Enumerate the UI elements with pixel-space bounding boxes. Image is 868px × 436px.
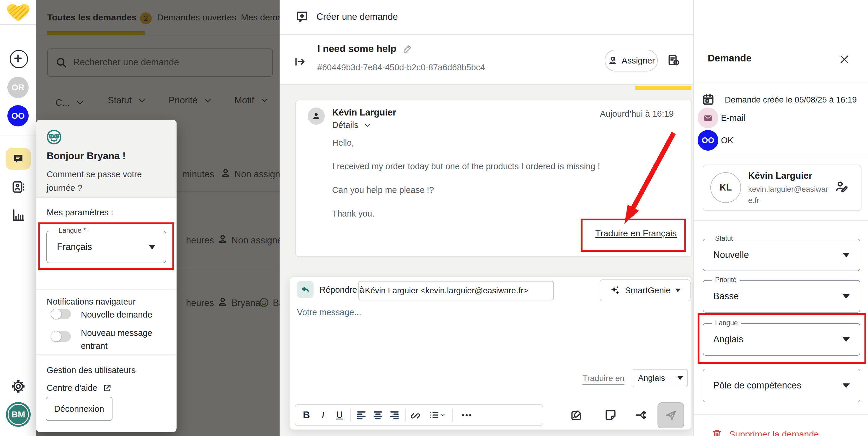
chat-bubble-icon bbox=[12, 153, 25, 165]
group-label: OK bbox=[721, 136, 733, 145]
priority-select[interactable]: Priorité Basse bbox=[703, 280, 860, 313]
translate-language-select[interactable]: Anglais bbox=[633, 369, 688, 387]
toggle-new-message[interactable] bbox=[51, 331, 71, 342]
create-request-button[interactable]: Créer une demande bbox=[295, 10, 398, 24]
popover-question-line2: journée ? bbox=[46, 181, 142, 195]
avatar-oo-label: OO bbox=[11, 111, 25, 121]
caret-down-icon bbox=[675, 289, 681, 292]
recipient-chip[interactable]: Kévin Larguier <kevin.larguier@easiware.… bbox=[359, 281, 554, 300]
ticket-id: #60449b3d-7e84-450d-b2c0-87a6d68b5bc4 bbox=[317, 63, 485, 72]
conversation-tab-accent bbox=[636, 86, 691, 90]
create-request-icon bbox=[295, 10, 309, 24]
conversation-area: Kévin Larguier Détails Aujourd’hui à 16:… bbox=[280, 85, 693, 436]
delete-request-button[interactable]: Supprimer la demande bbox=[711, 428, 819, 436]
translate-reply-link[interactable]: Traduire en bbox=[583, 374, 624, 385]
toggle-new-message-label: Nouveau message entrant bbox=[81, 326, 152, 352]
status-select-label: Statut bbox=[712, 235, 736, 242]
smartgenie-button[interactable]: SmartGenie bbox=[600, 280, 690, 301]
request-details-panel: Demande Demande créée le 05/08/25 à 16:1… bbox=[693, 0, 868, 436]
gear-icon bbox=[11, 379, 25, 394]
more-formatting-button[interactable]: ••• bbox=[455, 407, 479, 423]
caret-down-icon bbox=[843, 337, 850, 342]
popover-greeting: Bonjour Bryana ! bbox=[46, 150, 126, 162]
reply-mode-icon[interactable] bbox=[297, 281, 314, 298]
note-icon[interactable] bbox=[604, 409, 617, 422]
popover-question: Comment se passe votre journée ? bbox=[46, 168, 142, 195]
nav-statistics[interactable] bbox=[11, 208, 25, 222]
caret-down-icon bbox=[843, 253, 850, 257]
user-settings-popover: Bonjour Bryana ! Comment se passe votre … bbox=[36, 120, 177, 432]
avatar-bm-ring bbox=[8, 404, 29, 425]
sparkles-icon bbox=[610, 285, 620, 296]
add-button[interactable] bbox=[10, 50, 28, 68]
reply-to-label: Répondre à bbox=[319, 285, 364, 295]
close-icon[interactable] bbox=[839, 54, 850, 65]
contacts-card-icon bbox=[11, 180, 25, 194]
toggle-new-request-label: Nouvelle demande bbox=[81, 310, 152, 320]
priority-select-label: Priorité bbox=[712, 276, 740, 284]
avatar-or-label: OR bbox=[11, 83, 25, 92]
user-management-link[interactable]: Gestion des utilisateurs bbox=[46, 366, 135, 375]
nav-requests-active[interactable] bbox=[6, 148, 31, 170]
settings-button[interactable] bbox=[11, 379, 25, 394]
conversation-column: Créer une demande I need some help #6044… bbox=[280, 0, 693, 436]
message-input[interactable]: Votre message... bbox=[297, 308, 684, 361]
notifications-title: Notifications navigateur bbox=[46, 297, 135, 307]
edit-title-pencil-icon[interactable] bbox=[403, 44, 412, 54]
assign-button[interactable]: Assigner bbox=[604, 50, 658, 71]
request-history-icon[interactable] bbox=[667, 54, 681, 67]
language-select[interactable]: Langue * Français bbox=[46, 231, 166, 263]
avatar-bm[interactable]: BM bbox=[6, 402, 31, 427]
toolbar-separator bbox=[350, 409, 351, 422]
align-left-button[interactable] bbox=[353, 407, 370, 423]
logout-button[interactable]: Déconnexion bbox=[46, 397, 113, 421]
ticket-language-select-label: Langue bbox=[712, 319, 741, 327]
calendar-icon bbox=[702, 93, 715, 106]
popover-header: Bonjour Bryana ! Comment se passe votre … bbox=[36, 120, 177, 197]
caret-down-icon bbox=[678, 376, 683, 380]
edit-contact-icon[interactable] bbox=[834, 179, 848, 194]
bold-button[interactable]: B bbox=[298, 407, 315, 423]
ticket-language-select[interactable]: Langue Anglais bbox=[703, 323, 860, 356]
insert-link-button[interactable] bbox=[408, 407, 425, 423]
canned-response-icon[interactable] bbox=[570, 409, 583, 422]
assign-person-icon bbox=[608, 56, 618, 65]
contact-email-line1: kevin.larguier@easiwar bbox=[748, 183, 828, 195]
message-details-toggle[interactable]: Détails bbox=[332, 120, 371, 130]
help-center-label: Centre d'aide bbox=[46, 383, 97, 393]
caret-down-icon bbox=[843, 294, 850, 299]
language-select-value: Français bbox=[57, 242, 92, 252]
italic-button[interactable]: I bbox=[315, 407, 331, 423]
help-center-link[interactable]: Centre d'aide bbox=[46, 383, 112, 393]
align-center-button[interactable] bbox=[370, 407, 386, 423]
popover-question-line1: Comment se passe votre bbox=[46, 168, 142, 181]
status-select[interactable]: Statut Nouvelle bbox=[703, 239, 860, 271]
toggle-new-request[interactable] bbox=[51, 309, 71, 319]
contact-name: Kévin Larguier bbox=[748, 170, 812, 181]
caret-down-icon bbox=[843, 383, 850, 388]
external-link-icon bbox=[103, 384, 112, 393]
status-select-value: Nouvelle bbox=[713, 250, 749, 260]
created-date-text: Demande créée le 05/08/25 à 16:19 bbox=[725, 95, 857, 105]
channel-email-badge bbox=[698, 108, 718, 128]
contact-card[interactable]: KL Kévin Larguier kevin.larguier@easiwar… bbox=[703, 165, 862, 211]
send-button[interactable] bbox=[657, 402, 684, 428]
message-input-placeholder: Votre message... bbox=[297, 308, 361, 317]
ticket-header: I need some help #60449b3d-7e84-450d-b2c… bbox=[280, 34, 693, 84]
details-panel-title: Demande bbox=[708, 53, 752, 64]
annotation-arrow bbox=[616, 126, 681, 230]
transfer-icon[interactable] bbox=[635, 409, 648, 422]
caret-down-icon bbox=[149, 245, 156, 249]
collapse-panel-icon[interactable] bbox=[293, 55, 307, 68]
align-right-button[interactable] bbox=[386, 407, 403, 423]
skills-pole-select[interactable]: Pôle de compétences bbox=[703, 369, 860, 402]
list-style-button[interactable] bbox=[425, 407, 450, 423]
language-select-label: Langue * bbox=[56, 227, 89, 235]
skills-pole-select-value: Pôle de compétences bbox=[713, 380, 801, 391]
toolbar-separator bbox=[452, 409, 453, 422]
translate-language-value: Anglais bbox=[638, 373, 665, 383]
underline-button[interactable]: U bbox=[331, 407, 348, 423]
nav-contacts[interactable] bbox=[11, 180, 25, 194]
avatar-oo[interactable]: OO bbox=[7, 105, 29, 126]
avatar-or[interactable]: OR bbox=[7, 77, 29, 98]
